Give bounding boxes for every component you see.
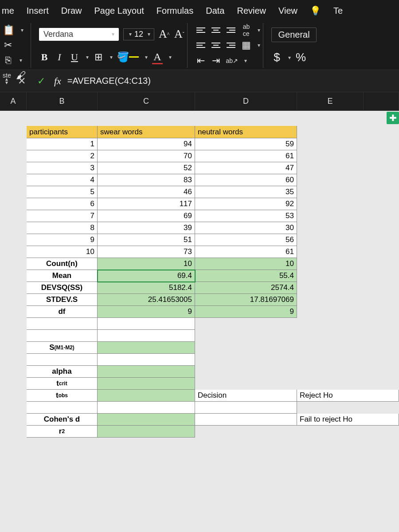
participant-id[interactable]: 2	[27, 150, 98, 162]
count-neutral[interactable]: 10	[195, 258, 297, 270]
align-center-icon[interactable]	[211, 39, 221, 51]
swear-value[interactable]: 51	[98, 234, 195, 246]
label-sm1m2[interactable]: S(M1-M2)	[27, 342, 98, 354]
chevron-down-icon[interactable]: ▾	[258, 42, 260, 48]
cell[interactable]	[297, 126, 364, 138]
tab-tell-me[interactable]: Te	[333, 6, 343, 16]
participant-id[interactable]: 5	[27, 186, 98, 198]
participant-id[interactable]: 10	[27, 246, 98, 258]
label-tcrit[interactable]: tcrit	[27, 378, 98, 390]
confirm-formula-icon[interactable]: ✓	[35, 75, 48, 87]
paste-icon[interactable]: 📋	[3, 24, 15, 36]
sm1m2-value[interactable]	[98, 342, 195, 354]
italic-button[interactable]: I	[54, 51, 65, 63]
header-swear[interactable]: swear words	[98, 126, 195, 138]
label-mean[interactable]: Mean	[27, 270, 98, 282]
align-right-icon[interactable]	[226, 39, 236, 51]
merge-button[interactable]: ▦	[241, 39, 251, 51]
tab-insert[interactable]: Insert	[27, 6, 49, 16]
decrease-font-icon[interactable]: Aˇ	[174, 28, 184, 40]
cohen-value[interactable]	[98, 414, 195, 426]
currency-button[interactable]: $	[271, 51, 282, 64]
participant-id[interactable]: 7	[27, 210, 98, 222]
increase-font-icon[interactable]: A^	[159, 28, 169, 40]
fill-color-button[interactable]: 🪣	[117, 51, 139, 63]
font-size-select[interactable]: ▾ 12 ▾	[123, 28, 154, 40]
col-header-e[interactable]: E	[297, 92, 364, 110]
header-participants[interactable]: participants	[27, 126, 98, 138]
chevron-down-icon[interactable]: ▾	[86, 54, 89, 60]
swear-value[interactable]: 70	[98, 150, 195, 162]
cut-icon[interactable]: ✂	[3, 39, 13, 51]
neutral-value[interactable]: 92	[195, 198, 297, 210]
tobs-value[interactable]	[98, 390, 195, 402]
number-format-select[interactable]: General	[271, 27, 316, 42]
swear-value[interactable]: 52	[98, 162, 195, 174]
devsq-neutral[interactable]: 2574.4	[195, 282, 297, 294]
col-header-c[interactable]: C	[98, 92, 195, 110]
neutral-value[interactable]: 56	[195, 234, 297, 246]
chevron-down-icon[interactable]: ▾	[244, 58, 247, 64]
swear-value[interactable]: 94	[98, 138, 195, 150]
neutral-value[interactable]: 61	[195, 150, 297, 162]
neutral-value[interactable]: 35	[195, 186, 297, 198]
col-header-a[interactable]: A	[0, 92, 27, 110]
label-count[interactable]: Count(n)	[27, 258, 98, 270]
alpha-value[interactable]	[98, 366, 195, 378]
swear-value[interactable]: 69	[98, 210, 195, 222]
col-header-f[interactable]	[364, 92, 399, 110]
tab-page-layout[interactable]: Page Layout	[94, 6, 144, 16]
tcrit-value[interactable]	[98, 378, 195, 390]
chevron-down-icon[interactable]: ▾	[288, 55, 291, 61]
fx-label[interactable]: fx	[54, 75, 61, 87]
label-tobs[interactable]: tobs	[27, 390, 98, 402]
bold-button[interactable]: B	[39, 51, 50, 63]
cell[interactable]	[364, 126, 399, 138]
chevron-down-icon[interactable]: ▾	[169, 54, 172, 60]
chevron-down-icon[interactable]: ▾	[145, 54, 148, 60]
align-left-icon[interactable]	[196, 39, 206, 51]
increase-indent-icon[interactable]: ⇥	[211, 55, 221, 67]
label-devsq[interactable]: DEVSQ(SS)	[27, 282, 98, 294]
header-neutral[interactable]: neutral words	[195, 126, 297, 138]
df-swear[interactable]: 9	[98, 306, 195, 318]
swear-value[interactable]: 46	[98, 186, 195, 198]
percent-button[interactable]: %	[295, 51, 306, 64]
label-r2[interactable]: r2	[27, 426, 98, 438]
tab-review[interactable]: Review	[237, 6, 266, 16]
participant-id[interactable]: 3	[27, 162, 98, 174]
label-decision[interactable]: Decision	[195, 390, 297, 402]
wrap-text-button[interactable]: abce	[241, 24, 251, 36]
r2-value[interactable]	[98, 426, 195, 438]
swear-value[interactable]: 39	[98, 222, 195, 234]
stdev-swear[interactable]: 25.41653005	[98, 294, 195, 306]
lightbulb-icon[interactable]: 💡	[310, 5, 321, 16]
cancel-formula-icon[interactable]: ✕	[15, 75, 28, 87]
tab-view[interactable]: View	[278, 6, 297, 16]
label-df[interactable]: df	[27, 306, 98, 318]
swear-value[interactable]: 117	[98, 198, 195, 210]
orientation-button[interactable]: ab↗	[226, 55, 238, 67]
copy-icon[interactable]: ⎘	[3, 54, 13, 66]
neutral-value[interactable]: 61	[195, 246, 297, 258]
col-header-b[interactable]: B	[27, 92, 98, 110]
label-cohen[interactable]: Cohen's d	[27, 414, 98, 426]
swear-value[interactable]: 73	[98, 246, 195, 258]
spreadsheet-grid[interactable]: ✚ participants swear words neutral words…	[0, 111, 399, 532]
participant-id[interactable]: 8	[27, 222, 98, 234]
neutral-value[interactable]: 59	[195, 138, 297, 150]
align-top-icon[interactable]	[196, 24, 206, 36]
name-box-stepper[interactable]: ▲▼	[4, 78, 9, 85]
tab-home[interactable]: me	[2, 6, 14, 16]
align-bottom-icon[interactable]	[226, 24, 236, 36]
chevron-down-icon[interactable]: ▾	[21, 27, 23, 33]
chevron-down-icon[interactable]: ▾	[20, 57, 22, 63]
formula-input[interactable]	[67, 76, 395, 86]
align-middle-icon[interactable]	[211, 24, 221, 36]
underline-button[interactable]: U	[69, 51, 80, 63]
neutral-value[interactable]: 47	[195, 162, 297, 174]
swear-value[interactable]: 83	[98, 174, 195, 186]
participant-id[interactable]: 6	[27, 198, 98, 210]
mean-neutral[interactable]: 55.4	[195, 270, 297, 282]
df-neutral[interactable]: 9	[195, 306, 297, 318]
